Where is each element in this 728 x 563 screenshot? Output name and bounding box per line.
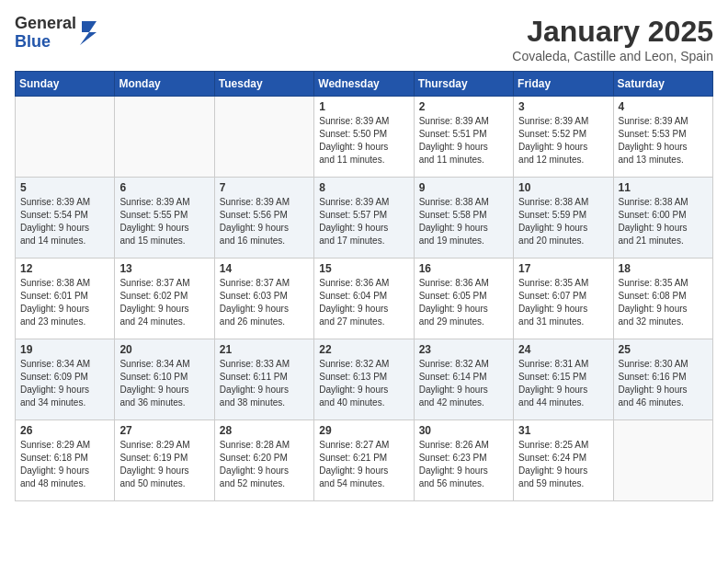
- calendar-cell: 8Sunrise: 8:39 AM Sunset: 5:57 PM Daylig…: [314, 178, 414, 259]
- page-header: General Blue January 2025 Covaleda, Cast…: [15, 15, 713, 63]
- day-number: 14: [220, 262, 309, 275]
- day-number: 17: [518, 262, 608, 275]
- day-number: 10: [518, 181, 608, 194]
- day-detail: Sunrise: 8:34 AM Sunset: 6:09 PM Dayligh…: [20, 358, 109, 409]
- day-detail: Sunrise: 8:39 AM Sunset: 5:57 PM Dayligh…: [319, 196, 408, 247]
- day-number: 7: [220, 181, 309, 194]
- calendar-cell: 1Sunrise: 8:39 AM Sunset: 5:50 PM Daylig…: [314, 97, 414, 178]
- day-detail: Sunrise: 8:39 AM Sunset: 5:53 PM Dayligh…: [619, 115, 708, 167]
- weekday-header: Saturday: [613, 72, 712, 97]
- day-detail: Sunrise: 8:29 AM Sunset: 6:19 PM Dayligh…: [119, 439, 209, 490]
- day-detail: Sunrise: 8:25 AM Sunset: 6:24 PM Dayligh…: [518, 439, 608, 490]
- day-detail: Sunrise: 8:39 AM Sunset: 5:54 PM Dayligh…: [20, 196, 109, 247]
- day-number: 16: [419, 262, 508, 275]
- day-number: 28: [220, 424, 309, 437]
- day-number: 29: [319, 424, 408, 437]
- calendar-cell: 11Sunrise: 8:38 AM Sunset: 6:00 PM Dayli…: [613, 178, 712, 259]
- day-number: 11: [619, 181, 708, 194]
- calendar-cell: 3Sunrise: 8:39 AM Sunset: 5:52 PM Daylig…: [514, 97, 613, 178]
- day-number: 1: [319, 100, 408, 113]
- weekday-header: Wednesday: [314, 72, 414, 97]
- calendar-cell: 9Sunrise: 8:38 AM Sunset: 5:58 PM Daylig…: [414, 178, 513, 259]
- day-number: 15: [319, 262, 408, 275]
- calendar-cell: 31Sunrise: 8:25 AM Sunset: 6:24 PM Dayli…: [514, 420, 613, 501]
- day-number: 26: [20, 424, 109, 437]
- day-detail: Sunrise: 8:29 AM Sunset: 6:18 PM Dayligh…: [20, 439, 109, 490]
- weekday-header: Thursday: [414, 72, 513, 97]
- logo-text: General Blue: [15, 15, 76, 52]
- calendar-cell: 7Sunrise: 8:39 AM Sunset: 5:56 PM Daylig…: [214, 178, 313, 259]
- weekday-header: Monday: [115, 72, 214, 97]
- day-detail: Sunrise: 8:38 AM Sunset: 5:59 PM Dayligh…: [518, 196, 608, 247]
- day-detail: Sunrise: 8:39 AM Sunset: 5:51 PM Dayligh…: [419, 115, 508, 167]
- day-number: 19: [20, 343, 109, 356]
- calendar-cell: 19Sunrise: 8:34 AM Sunset: 6:09 PM Dayli…: [16, 339, 115, 420]
- svg-marker-0: [80, 21, 97, 45]
- day-detail: Sunrise: 8:30 AM Sunset: 6:16 PM Dayligh…: [619, 358, 708, 409]
- calendar-cell: [613, 420, 712, 501]
- calendar-cell: 16Sunrise: 8:36 AM Sunset: 6:05 PM Dayli…: [414, 259, 513, 339]
- calendar-cell: 14Sunrise: 8:37 AM Sunset: 6:03 PM Dayli…: [214, 259, 313, 339]
- calendar-cell: 5Sunrise: 8:39 AM Sunset: 5:54 PM Daylig…: [16, 178, 115, 259]
- day-number: 9: [419, 181, 508, 194]
- calendar-cell: 12Sunrise: 8:38 AM Sunset: 6:01 PM Dayli…: [16, 259, 115, 339]
- day-detail: Sunrise: 8:36 AM Sunset: 6:04 PM Dayligh…: [319, 277, 408, 328]
- day-detail: Sunrise: 8:36 AM Sunset: 6:05 PM Dayligh…: [419, 277, 508, 328]
- calendar-table: SundayMondayTuesdayWednesdayThursdayFrid…: [15, 71, 713, 501]
- calendar-cell: 6Sunrise: 8:39 AM Sunset: 5:55 PM Daylig…: [115, 178, 214, 259]
- weekday-header: Sunday: [16, 72, 115, 97]
- day-number: 30: [419, 424, 508, 437]
- weekday-header: Friday: [514, 72, 613, 97]
- day-number: 4: [619, 100, 708, 113]
- day-detail: Sunrise: 8:39 AM Sunset: 5:52 PM Dayligh…: [518, 115, 608, 167]
- calendar-cell: 30Sunrise: 8:26 AM Sunset: 6:23 PM Dayli…: [414, 420, 513, 501]
- day-detail: Sunrise: 8:38 AM Sunset: 6:01 PM Dayligh…: [20, 277, 109, 328]
- day-number: 18: [619, 262, 708, 275]
- calendar-cell: 10Sunrise: 8:38 AM Sunset: 5:59 PM Dayli…: [514, 178, 613, 259]
- calendar-cell: 20Sunrise: 8:34 AM Sunset: 6:10 PM Dayli…: [115, 339, 214, 420]
- weekday-header: Tuesday: [214, 72, 313, 97]
- calendar-cell: 15Sunrise: 8:36 AM Sunset: 6:04 PM Dayli…: [314, 259, 414, 339]
- day-detail: Sunrise: 8:27 AM Sunset: 6:21 PM Dayligh…: [319, 439, 408, 490]
- calendar-cell: 2Sunrise: 8:39 AM Sunset: 5:51 PM Daylig…: [414, 97, 513, 178]
- day-detail: Sunrise: 8:35 AM Sunset: 6:07 PM Dayligh…: [518, 277, 608, 328]
- calendar-cell: 21Sunrise: 8:33 AM Sunset: 6:11 PM Dayli…: [214, 339, 313, 420]
- calendar-cell: 29Sunrise: 8:27 AM Sunset: 6:21 PM Dayli…: [314, 420, 414, 501]
- day-number: 22: [319, 343, 408, 356]
- logo: General Blue: [15, 15, 102, 52]
- day-detail: Sunrise: 8:39 AM Sunset: 5:55 PM Dayligh…: [119, 196, 209, 247]
- calendar-cell: 27Sunrise: 8:29 AM Sunset: 6:19 PM Dayli…: [115, 420, 214, 501]
- day-detail: Sunrise: 8:35 AM Sunset: 6:08 PM Dayligh…: [619, 277, 708, 328]
- day-detail: Sunrise: 8:37 AM Sunset: 6:03 PM Dayligh…: [220, 277, 309, 328]
- day-detail: Sunrise: 8:32 AM Sunset: 6:14 PM Dayligh…: [419, 358, 508, 409]
- logo-icon: [78, 19, 98, 47]
- day-number: 13: [119, 262, 209, 275]
- day-detail: Sunrise: 8:39 AM Sunset: 5:50 PM Dayligh…: [319, 115, 408, 167]
- day-number: 24: [518, 343, 608, 356]
- calendar-week-row: 1Sunrise: 8:39 AM Sunset: 5:50 PM Daylig…: [16, 97, 713, 178]
- day-detail: Sunrise: 8:32 AM Sunset: 6:13 PM Dayligh…: [319, 358, 408, 409]
- day-number: 3: [518, 100, 608, 113]
- calendar-week-row: 12Sunrise: 8:38 AM Sunset: 6:01 PM Dayli…: [16, 259, 713, 339]
- title-block: January 2025 Covaleda, Castille and Leon…: [512, 15, 713, 63]
- day-detail: Sunrise: 8:26 AM Sunset: 6:23 PM Dayligh…: [419, 439, 508, 490]
- day-number: 8: [319, 181, 408, 194]
- month-title: January 2025: [512, 15, 713, 49]
- day-number: 6: [119, 181, 209, 194]
- day-detail: Sunrise: 8:33 AM Sunset: 6:11 PM Dayligh…: [220, 358, 309, 409]
- logo-general: General: [15, 15, 76, 33]
- calendar-week-row: 26Sunrise: 8:29 AM Sunset: 6:18 PM Dayli…: [16, 420, 713, 501]
- day-number: 31: [518, 424, 608, 437]
- calendar-cell: [115, 97, 214, 178]
- day-detail: Sunrise: 8:37 AM Sunset: 6:02 PM Dayligh…: [119, 277, 209, 328]
- calendar-cell: 26Sunrise: 8:29 AM Sunset: 6:18 PM Dayli…: [16, 420, 115, 501]
- day-detail: Sunrise: 8:39 AM Sunset: 5:56 PM Dayligh…: [220, 196, 309, 247]
- calendar-cell: [16, 97, 115, 178]
- weekday-header-row: SundayMondayTuesdayWednesdayThursdayFrid…: [16, 72, 713, 97]
- calendar-cell: 28Sunrise: 8:28 AM Sunset: 6:20 PM Dayli…: [214, 420, 313, 501]
- calendar-cell: 23Sunrise: 8:32 AM Sunset: 6:14 PM Dayli…: [414, 339, 513, 420]
- day-number: 20: [119, 343, 209, 356]
- calendar-cell: 4Sunrise: 8:39 AM Sunset: 5:53 PM Daylig…: [613, 97, 712, 178]
- day-detail: Sunrise: 8:38 AM Sunset: 6:00 PM Dayligh…: [619, 196, 708, 247]
- day-number: 2: [419, 100, 508, 113]
